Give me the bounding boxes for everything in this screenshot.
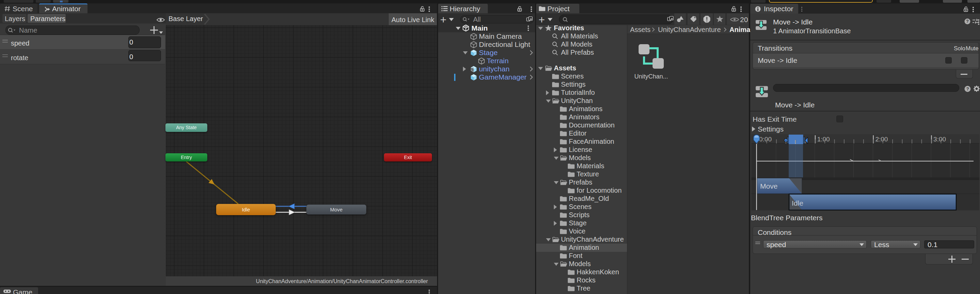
svg-text:Move: Move bbox=[760, 182, 778, 190]
svg-text:0:00: 0:00 bbox=[759, 136, 772, 143]
svg-text:2:00: 2:00 bbox=[875, 136, 888, 143]
svg-text:?: ? bbox=[966, 19, 969, 24]
svg-text:3:00: 3:00 bbox=[933, 136, 946, 143]
svg-text:1:00: 1:00 bbox=[817, 136, 830, 143]
svg-text:Idle: Idle bbox=[792, 199, 803, 207]
svg-text:?: ? bbox=[966, 86, 969, 92]
